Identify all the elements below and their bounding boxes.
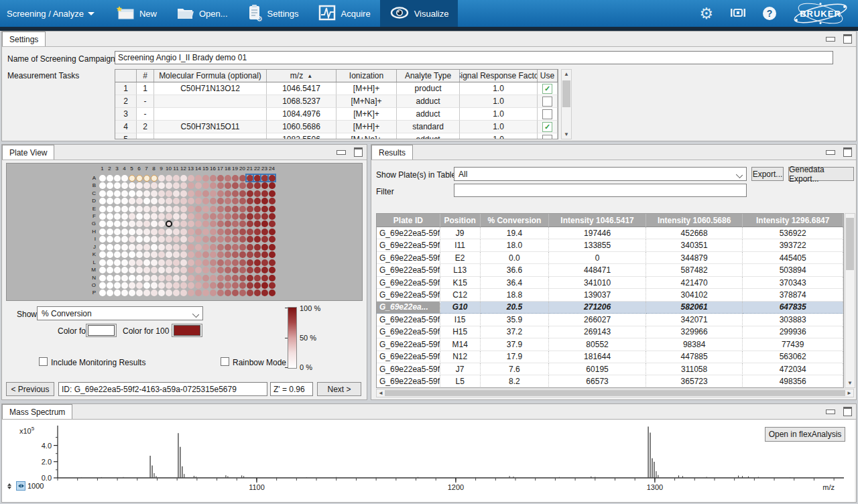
well-I19[interactable]: [232, 236, 239, 243]
well-A1[interactable]: [99, 175, 106, 182]
tab-settings[interactable]: Settings: [2, 32, 46, 46]
well-L6[interactable]: [136, 259, 143, 266]
scrollbar-thumb[interactable]: [385, 390, 845, 396]
well-P14[interactable]: [195, 290, 202, 296]
well-C8[interactable]: [151, 190, 158, 197]
table-row[interactable]: G_69e22ea5-59f...L58.266573365723498356: [377, 375, 843, 387]
table-row[interactable]: G_69e22ea...G1020.5271206582061647835: [377, 302, 843, 314]
well-N1[interactable]: [99, 275, 106, 281]
well-C24[interactable]: [269, 190, 275, 197]
well-D20[interactable]: [239, 198, 246, 204]
well-L11[interactable]: [173, 259, 180, 266]
well-B16[interactable]: [210, 182, 217, 189]
well-K16[interactable]: [210, 251, 217, 258]
well-C7[interactable]: [143, 190, 150, 197]
well-J4[interactable]: [121, 244, 128, 251]
well-N24[interactable]: [269, 275, 275, 281]
well-N19[interactable]: [232, 275, 239, 281]
well-P12[interactable]: [180, 290, 187, 296]
y-range-spinner[interactable]: [5, 481, 14, 491]
well-P6[interactable]: [136, 290, 143, 296]
well-E16[interactable]: [210, 206, 217, 212]
well-D11[interactable]: [173, 198, 180, 204]
well-C12[interactable]: [180, 190, 187, 197]
table-row[interactable]: G_69e22ea5-59f...H1537.22691433299662999…: [377, 326, 843, 338]
well-L2[interactable]: [107, 259, 113, 266]
well-L13[interactable]: [188, 259, 194, 266]
well-N14[interactable]: [195, 275, 202, 281]
well-J14[interactable]: [195, 244, 202, 251]
well-N22[interactable]: [254, 275, 261, 281]
well-M20[interactable]: [239, 267, 246, 273]
well-B15[interactable]: [202, 182, 209, 189]
well-A8[interactable]: [151, 175, 158, 182]
well-N10[interactable]: [166, 275, 172, 281]
well-P2[interactable]: [107, 290, 113, 296]
well-N3[interactable]: [114, 275, 121, 281]
mass-spectrum-plot[interactable]: 110012001300m/z0.02.04.0x105: [2, 420, 855, 502]
well-F7[interactable]: [143, 213, 150, 220]
previous-button[interactable]: < Previous: [6, 382, 54, 396]
well-D22[interactable]: [254, 198, 261, 204]
well-O11[interactable]: [173, 282, 180, 289]
table-row[interactable]: 11C50H71N13O121046.5417[M+H]+product1.0✓: [115, 82, 558, 95]
well-M11[interactable]: [173, 267, 180, 273]
well-M21[interactable]: [247, 267, 253, 273]
well-N9[interactable]: [158, 275, 165, 281]
well-H1[interactable]: [99, 229, 106, 235]
well-B8[interactable]: [151, 182, 158, 189]
well-G2[interactable]: [107, 220, 113, 227]
well-L20[interactable]: [239, 259, 246, 266]
well-N17[interactable]: [217, 275, 224, 281]
well-K6[interactable]: [136, 251, 143, 258]
well-F13[interactable]: [188, 213, 194, 220]
well-M5[interactable]: [129, 267, 135, 273]
maximize-icon[interactable]: [843, 34, 852, 44]
well-A2[interactable]: [107, 175, 113, 182]
well-A12[interactable]: [180, 175, 187, 182]
well-A24[interactable]: [269, 175, 275, 182]
well-M6[interactable]: [136, 267, 143, 273]
well-I21[interactable]: [247, 236, 253, 243]
well-A20[interactable]: [239, 175, 246, 182]
well-A19[interactable]: [232, 175, 239, 182]
well-B7[interactable]: [143, 182, 150, 189]
well-A3[interactable]: [114, 175, 121, 182]
well-D18[interactable]: [225, 198, 231, 204]
minimize-icon[interactable]: [826, 410, 835, 414]
well-L19[interactable]: [232, 259, 239, 266]
well-I23[interactable]: [261, 236, 268, 243]
well-E14[interactable]: [195, 206, 202, 212]
well-L18[interactable]: [225, 259, 231, 266]
well-B2[interactable]: [107, 182, 113, 189]
column-header[interactable]: Intensity 1296.6847: [743, 214, 843, 227]
well-H21[interactable]: [247, 229, 253, 235]
well-L9[interactable]: [158, 259, 165, 266]
column-header[interactable]: Analyte Type: [397, 70, 460, 82]
well-H12[interactable]: [180, 229, 187, 235]
well-I15[interactable]: [202, 236, 209, 243]
well-G14[interactable]: [195, 220, 202, 227]
well-C16[interactable]: [210, 190, 217, 197]
well-J6[interactable]: [136, 244, 143, 251]
well-J21[interactable]: [247, 244, 253, 251]
well-B23[interactable]: [261, 182, 268, 189]
well-I20[interactable]: [239, 236, 246, 243]
well-J3[interactable]: [114, 244, 121, 251]
results-table[interactable]: Plate IDPosition% ConversionIntensity 10…: [376, 213, 844, 388]
new-button[interactable]: New: [107, 0, 166, 27]
well-K12[interactable]: [180, 251, 187, 258]
well-D17[interactable]: [217, 198, 224, 204]
table-row[interactable]: G_69e22ea5-59f...L1336.64484715874825038…: [377, 264, 843, 276]
well-B22[interactable]: [254, 182, 261, 189]
scroll-down-icon[interactable]: ▼: [845, 380, 855, 386]
well-I13[interactable]: [188, 236, 194, 243]
well-O12[interactable]: [180, 282, 187, 289]
well-O21[interactable]: [247, 282, 253, 289]
well-M18[interactable]: [225, 267, 231, 273]
well-D9[interactable]: [158, 198, 165, 204]
well-E12[interactable]: [180, 206, 187, 212]
well-K20[interactable]: [239, 251, 246, 258]
well-D16[interactable]: [210, 198, 217, 204]
scroll-down-icon[interactable]: ▼: [562, 131, 571, 137]
